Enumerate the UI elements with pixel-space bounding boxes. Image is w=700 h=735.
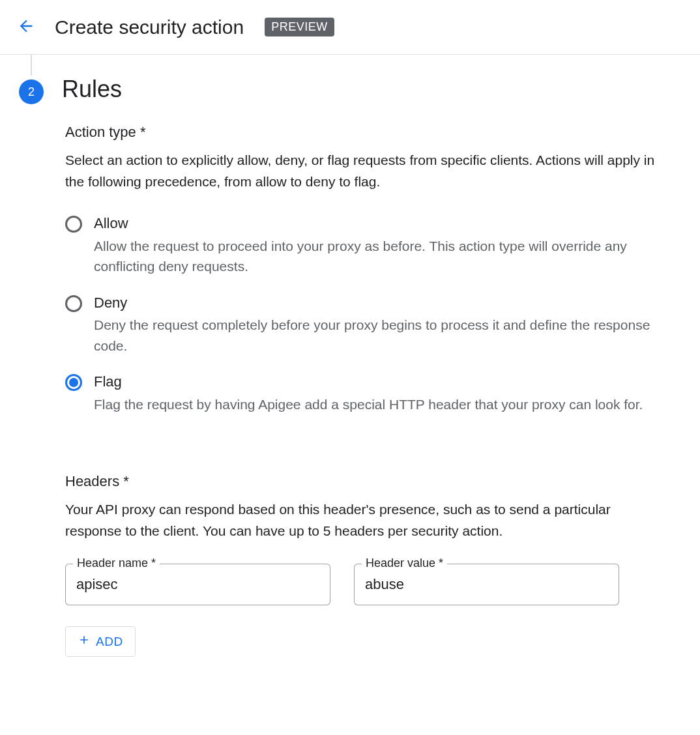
radio-label: Allow (94, 214, 665, 233)
headers-help: Your API proxy can respond based on this… (65, 499, 665, 541)
radio-circle-icon (65, 295, 82, 312)
radio-label: Flag (94, 373, 643, 392)
preview-badge: PREVIEW (265, 18, 334, 36)
page-title: Create security action (55, 16, 244, 38)
step-title: Rules (62, 76, 122, 103)
header-value-label: Header value * (362, 556, 447, 570)
plus-icon (78, 633, 91, 650)
header-row: Header name *Header value * (65, 564, 619, 605)
add-header-label: ADD (96, 635, 123, 649)
radio-description: Deny the request completely before your … (94, 315, 665, 356)
stepper-connector (31, 55, 32, 76)
radio-circle-icon (65, 216, 82, 233)
radio-flag[interactable]: FlagFlag the request by having Apigee ad… (65, 373, 665, 414)
header-name-label: Header name * (73, 556, 160, 570)
add-header-button[interactable]: ADD (65, 626, 136, 657)
radio-deny[interactable]: DenyDeny the request completely before y… (65, 294, 665, 356)
radio-circle-icon (65, 374, 82, 391)
headers-label: Headers * (65, 473, 665, 490)
radio-description: Flag the request by having Apigee add a … (94, 394, 643, 415)
action-type-label: Action type * (65, 124, 665, 141)
radio-description: Allow the request to proceed into your p… (94, 236, 665, 277)
action-type-help: Select an action to explicitly allow, de… (65, 150, 665, 192)
step-number-badge: 2 (19, 79, 44, 104)
action-type-radio-group: AllowAllow the request to proceed into y… (65, 214, 665, 414)
radio-label: Deny (94, 294, 665, 313)
radio-allow[interactable]: AllowAllow the request to proceed into y… (65, 214, 665, 277)
back-button[interactable] (13, 13, 39, 41)
arrow-left-icon (17, 17, 35, 37)
